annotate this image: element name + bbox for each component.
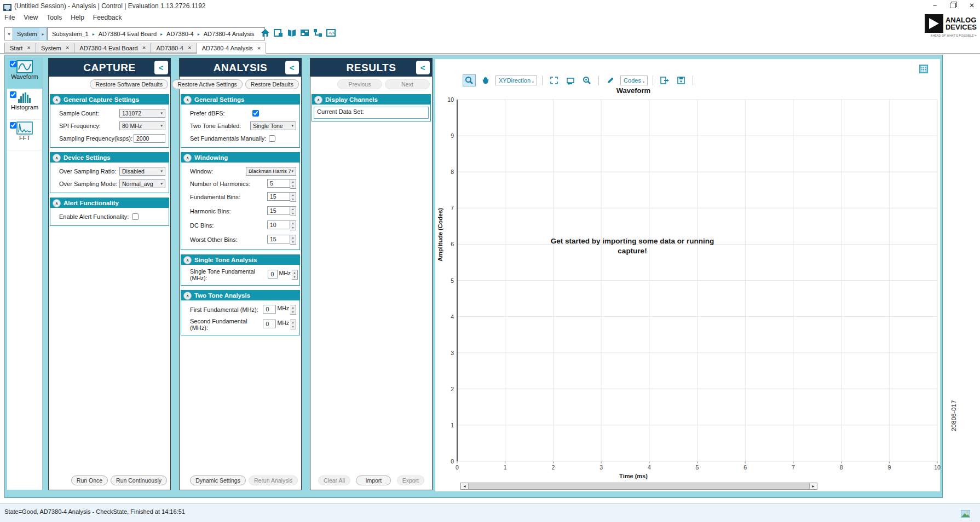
- restore-defaults-button[interactable]: Restore Defaults: [245, 79, 299, 89]
- tab-device[interactable]: AD7380-4✕: [151, 43, 196, 53]
- waveform-checkbox[interactable]: [10, 61, 16, 67]
- second-fundamental-stepper[interactable]: 0MHz▲▼: [263, 320, 296, 329]
- zoom-extents-button[interactable]: [547, 74, 561, 86]
- menu-tools[interactable]: Tools: [47, 14, 62, 21]
- over-sampling-ratio-dropdown[interactable]: Disabled▾: [119, 167, 165, 176]
- documentation-icon[interactable]: [287, 28, 296, 37]
- home-icon[interactable]: [261, 28, 270, 37]
- collapse-circle-icon[interactable]: ∧: [53, 96, 61, 104]
- capture-collapse-icon[interactable]: <: [154, 61, 168, 74]
- spi-frequency-dropdown[interactable]: 80 MHz▾: [119, 121, 165, 130]
- export-button[interactable]: Export: [397, 475, 424, 485]
- pan-hand-button[interactable]: [479, 74, 492, 86]
- collapse-circle-icon[interactable]: ∧: [53, 154, 61, 162]
- collapse-circle-icon[interactable]: ∧: [314, 96, 322, 104]
- section-header[interactable]: ∧ General Settings: [181, 95, 299, 105]
- view-item-fft[interactable]: FFT: [7, 120, 42, 150]
- collapse-circle-icon[interactable]: ∧: [183, 154, 192, 162]
- undo-zoom-button[interactable]: [564, 74, 577, 86]
- tab-close-icon[interactable]: ✕: [188, 45, 192, 50]
- two-tone-enabled-dropdown[interactable]: Single Tone▾: [250, 121, 296, 130]
- section-header[interactable]: ∧ General Capture Settings: [50, 95, 169, 105]
- scrollbar-thumb[interactable]: [468, 483, 810, 489]
- xydirection-dropdown[interactable]: XYDirection▾: [495, 76, 537, 85]
- scroll-left-icon[interactable]: ◄: [461, 483, 468, 489]
- breadcrumb-eval-board[interactable]: AD7380-4 Eval Board: [99, 31, 157, 37]
- minimize-button[interactable]: –: [933, 2, 937, 9]
- dc-bins-stepper[interactable]: 10▲▼: [267, 221, 296, 230]
- restore-button[interactable]: [950, 3, 956, 8]
- sample-count-dropdown[interactable]: 131072▾: [119, 109, 165, 118]
- harmonic-bins-stepper[interactable]: 15▲▼: [267, 206, 296, 216]
- scroll-right-icon[interactable]: ►: [810, 483, 817, 489]
- zoom-select-button[interactable]: [463, 74, 476, 86]
- data-grid-icon[interactable]: [919, 63, 928, 73]
- histogram-checkbox[interactable]: [10, 91, 16, 98]
- enable-alert-checkbox[interactable]: [132, 213, 139, 220]
- save-image-button[interactable]: [675, 74, 688, 86]
- menu-help[interactable]: Help: [71, 14, 84, 21]
- run-once-button[interactable]: Run Once: [71, 475, 108, 485]
- tab-eval-board[interactable]: AD7380-4 Eval Board✕: [74, 43, 151, 53]
- prefer-dbfs-checkbox[interactable]: [252, 110, 259, 117]
- export-data-button[interactable]: [658, 74, 671, 86]
- menu-file[interactable]: File: [4, 14, 15, 21]
- current-data-set-row[interactable]: Current Data Set:: [314, 107, 429, 119]
- clear-all-button[interactable]: Clear All: [318, 475, 350, 485]
- breadcrumb-analysis[interactable]: AD7380-4 Analysis: [204, 31, 255, 37]
- tab-analysis[interactable]: AD7380-4 Analysis✕: [197, 43, 267, 54]
- rerun-analysis-button[interactable]: Rerun Analysis: [249, 475, 298, 485]
- codes-dropdown[interactable]: Codes▾: [620, 76, 648, 85]
- register-icon[interactable]: </>: [326, 28, 336, 37]
- zoom-history-button[interactable]: [580, 74, 593, 86]
- tab-start[interactable]: Start✕: [4, 43, 36, 53]
- single-tone-fundamental-stepper[interactable]: 0MHz▲▼: [268, 270, 298, 280]
- breadcrumb-system[interactable]: System: [13, 27, 42, 40]
- restore-software-defaults-button[interactable]: Restore Software Defaults: [90, 79, 168, 89]
- tab-close-icon[interactable]: ✕: [142, 45, 146, 50]
- run-continuously-button[interactable]: Run Continuously: [111, 475, 167, 485]
- dynamic-settings-button[interactable]: Dynamic Settings: [190, 475, 246, 485]
- tab-system[interactable]: System✕: [36, 43, 74, 53]
- breadcrumb-expand-icon[interactable]: ▸: [39, 27, 47, 40]
- over-sampling-mode-dropdown[interactable]: Normal_avg▾: [119, 179, 165, 188]
- number-of-harmonics-stepper[interactable]: 5▲▼: [267, 179, 296, 189]
- tab-close-icon[interactable]: ✕: [257, 46, 261, 51]
- section-header[interactable]: ∧ Single Tone Analysis: [181, 255, 299, 265]
- analysis-collapse-icon[interactable]: <: [285, 61, 299, 74]
- screenshot-icon[interactable]: [961, 508, 970, 518]
- collapse-circle-icon[interactable]: ∧: [53, 199, 61, 207]
- section-header[interactable]: ∧ Alert Functionality: [50, 198, 169, 208]
- breadcrumb-subsystem[interactable]: Subsystem_1: [52, 31, 89, 37]
- view-item-histogram[interactable]: Histogram: [7, 89, 42, 120]
- collapse-circle-icon[interactable]: ∧: [183, 292, 192, 300]
- section-header[interactable]: ∧ Two Tone Analysis: [181, 291, 299, 300]
- first-fundamental-stepper[interactable]: 0MHz▲▼: [263, 305, 296, 315]
- memory-map-icon[interactable]: [300, 28, 309, 37]
- tab-close-icon[interactable]: ✕: [66, 45, 70, 50]
- window-dropdown[interactable]: Blackman Harris 7▾: [246, 167, 296, 176]
- collapse-circle-icon[interactable]: ∧: [183, 96, 192, 104]
- chart-horizontal-scrollbar[interactable]: ◄ ►: [460, 483, 817, 490]
- previous-button[interactable]: Previous: [337, 79, 382, 89]
- menu-view[interactable]: View: [24, 14, 38, 21]
- section-header[interactable]: ∧ Device Settings: [50, 153, 169, 163]
- section-header[interactable]: ∧ Display Channels: [312, 95, 430, 105]
- fundamental-bins-stepper[interactable]: 15▲▼: [267, 192, 296, 202]
- tab-close-icon[interactable]: ✕: [27, 45, 31, 50]
- wizard-icon[interactable]: [274, 28, 283, 37]
- network-icon[interactable]: [313, 28, 322, 37]
- import-button[interactable]: Import: [356, 475, 391, 485]
- plot-area[interactable]: 012345678910012345678910: [457, 100, 937, 461]
- results-collapse-icon[interactable]: <: [416, 61, 430, 74]
- worst-other-bins-stepper[interactable]: 15▲▼: [267, 235, 296, 245]
- section-header[interactable]: ∧ Windowing: [181, 153, 299, 163]
- breadcrumb-device[interactable]: AD7380-4: [166, 31, 194, 37]
- restore-active-settings-button[interactable]: Restore Active Settings: [172, 79, 243, 89]
- collapse-circle-icon[interactable]: ∧: [183, 256, 192, 264]
- view-item-waveform[interactable]: Waveform: [7, 59, 42, 89]
- close-button[interactable]: ✕: [969, 2, 975, 9]
- next-button[interactable]: Next: [385, 79, 430, 89]
- fft-checkbox[interactable]: [10, 122, 16, 129]
- set-fundamentals-checkbox[interactable]: [269, 135, 275, 142]
